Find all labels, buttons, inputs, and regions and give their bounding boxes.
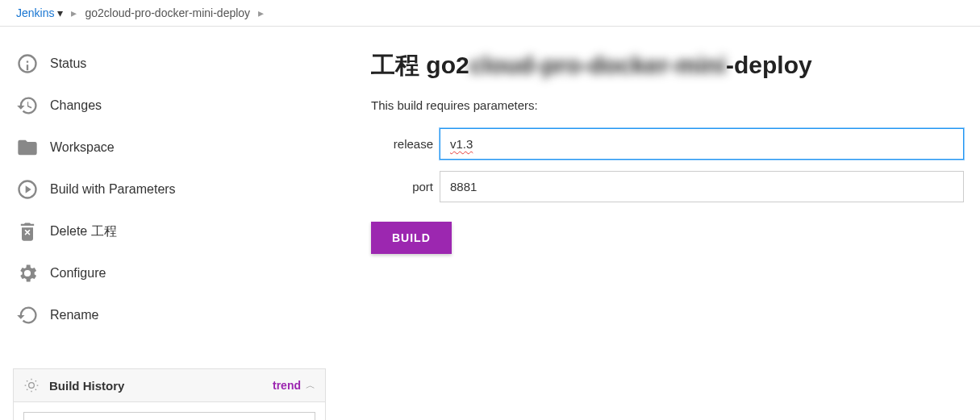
breadcrumb-job[interactable]: go2cloud-pro-docker-mini-deploy xyxy=(85,6,250,19)
main-content: 工程 go2cloud-pro-docker-mini-deploy This … xyxy=(339,27,980,420)
build-history-panel: Build History trend ︿ ✕ xyxy=(13,368,326,420)
chevron-up-icon[interactable]: ︿ xyxy=(306,379,315,393)
sidebar-item-label: Workspace xyxy=(50,140,115,155)
params-subtitle: This build requires parameters: xyxy=(371,98,964,112)
sidebar-item-label: Configure xyxy=(50,266,106,281)
folder-icon xyxy=(16,136,39,159)
svg-point-0 xyxy=(29,383,35,389)
find-input[interactable] xyxy=(23,412,315,420)
history-icon xyxy=(16,94,39,117)
release-input[interactable]: v1.3 xyxy=(440,128,964,160)
sidebar-item-label: Changes xyxy=(50,98,102,113)
rename-icon xyxy=(16,304,39,326)
play-icon xyxy=(16,178,39,201)
port-input[interactable] xyxy=(440,171,964,202)
chevron-right-icon: ▸ xyxy=(258,6,264,19)
sidebar-item-label: Delete 工程 xyxy=(50,223,117,240)
sidebar-item-rename[interactable]: Rename xyxy=(13,294,326,336)
sun-icon xyxy=(23,377,40,393)
param-label: port xyxy=(371,180,440,193)
sidebar-item-build-params[interactable]: Build with Parameters xyxy=(13,168,326,210)
sidebar-item-workspace[interactable]: Workspace xyxy=(13,127,326,168)
trend-link[interactable]: trend xyxy=(273,379,301,392)
breadcrumb-root-link[interactable]: Jenkins xyxy=(16,6,54,19)
param-label: release xyxy=(371,137,440,151)
build-button[interactable]: BUILD xyxy=(371,222,452,254)
build-history-header[interactable]: Build History trend ︿ xyxy=(14,369,325,402)
sidebar-item-configure[interactable]: Configure xyxy=(13,252,326,294)
page-title: 工程 go2cloud-pro-docker-mini-deploy xyxy=(371,49,964,82)
gear-icon xyxy=(16,262,39,285)
sidebar-item-delete[interactable]: Delete 工程 xyxy=(13,210,326,252)
sidebar-item-label: Status xyxy=(50,56,86,71)
sidebar-item-changes[interactable]: Changes xyxy=(13,85,326,127)
chevron-right-icon: ▸ xyxy=(71,6,77,19)
delete-icon xyxy=(16,220,39,243)
param-row-release: release v1.3 xyxy=(371,128,964,160)
info-icon xyxy=(16,52,39,75)
sidebar-item-status[interactable]: Status xyxy=(13,43,326,85)
breadcrumb: Jenkins ▾ ▸ go2cloud-pro-docker-mini-dep… xyxy=(0,0,980,27)
build-history-title: Build History xyxy=(49,379,124,393)
sidebar-item-label: Rename xyxy=(50,308,98,322)
sidebar-item-label: Build with Parameters xyxy=(50,182,176,197)
sidebar: Status Changes Workspace Build with Para… xyxy=(0,27,339,420)
param-row-port: port xyxy=(371,171,964,202)
dropdown-arrow-icon[interactable]: ▾ xyxy=(57,6,63,19)
